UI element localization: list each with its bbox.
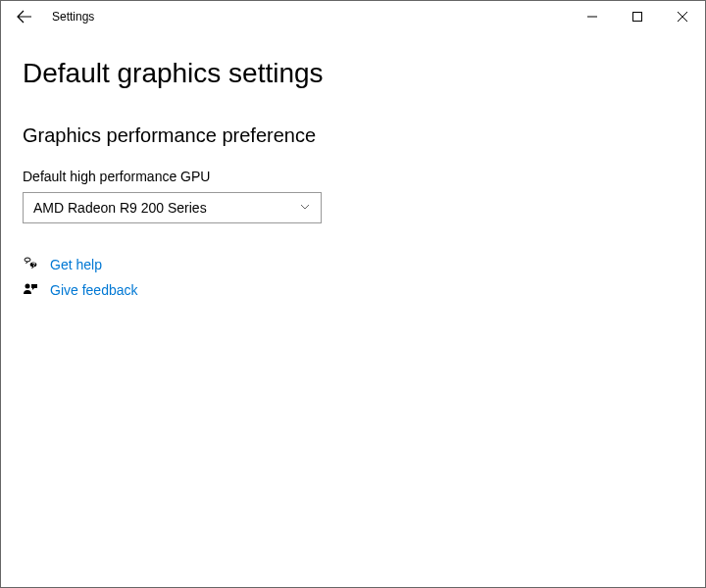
- svg-text:?: ?: [32, 262, 35, 268]
- svg-rect-1: [633, 13, 642, 22]
- svg-rect-6: [31, 284, 37, 288]
- give-feedback-row: Give feedback: [23, 282, 683, 298]
- maximize-icon: [632, 12, 642, 22]
- gpu-dropdown-value: AMD Radeon R9 200 Series: [33, 200, 207, 216]
- maximize-button[interactable]: [615, 1, 660, 32]
- minimize-icon: [587, 12, 597, 22]
- gpu-field-label: Default high performance GPU: [23, 169, 683, 184]
- get-help-row: ? Get help: [23, 257, 683, 272]
- close-button[interactable]: [660, 1, 705, 32]
- page-title: Default graphics settings: [23, 58, 683, 89]
- window-controls: [570, 1, 705, 32]
- feedback-icon: [23, 282, 38, 298]
- close-icon: [678, 12, 687, 22]
- give-feedback-link[interactable]: Give feedback: [50, 282, 138, 298]
- gpu-dropdown[interactable]: AMD Radeon R9 200 Series: [23, 192, 322, 223]
- get-help-link[interactable]: Get help: [50, 257, 102, 272]
- svg-point-5: [25, 284, 30, 289]
- titlebar: Settings: [1, 1, 705, 32]
- app-title: Settings: [52, 10, 94, 24]
- arrow-left-icon: [17, 9, 32, 24]
- section-title: Graphics performance preference: [23, 124, 683, 147]
- minimize-button[interactable]: [570, 1, 615, 32]
- help-links: ? Get help Give feedback: [23, 257, 683, 298]
- help-icon: ?: [23, 257, 38, 272]
- content-area: Default graphics settings Graphics perfo…: [1, 32, 705, 587]
- chevron-down-icon: [299, 199, 311, 217]
- back-button[interactable]: [9, 1, 40, 32]
